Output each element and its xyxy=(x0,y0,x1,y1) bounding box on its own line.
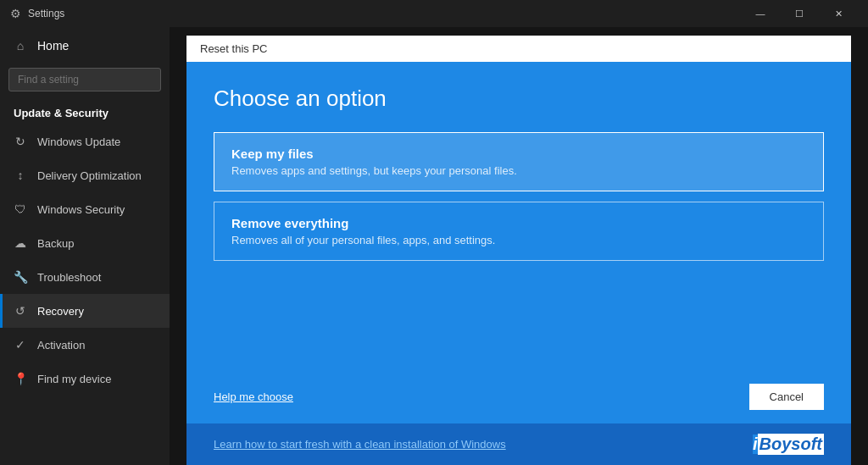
sidebar-item-backup[interactable]: ☁ Backup xyxy=(0,226,170,260)
dialog-body: Choose an option Keep my files Removes a… xyxy=(186,62,851,375)
option-keep-files-desc: Removes apps and settings, but keeps you… xyxy=(231,164,806,177)
close-button[interactable]: ✕ xyxy=(819,0,858,27)
reset-dialog: Reset this PC Choose an option Keep my f… xyxy=(186,36,851,465)
dialog-titlebar: Reset this PC xyxy=(186,36,851,62)
option-remove-everything-desc: Removes all of your personal files, apps… xyxy=(231,234,806,246)
iboysoft-watermark: iBoysoft xyxy=(753,434,824,455)
sidebar-item-home[interactable]: ⌂ Home xyxy=(0,27,170,64)
windows-update-icon: ↻ xyxy=(14,135,27,148)
sidebar: ⌂ Home Update & Security ↻ Windows Updat… xyxy=(0,27,170,465)
help-me-choose-link[interactable]: Help me choose xyxy=(214,390,293,403)
sidebar-item-label: Activation xyxy=(37,339,85,352)
backup-icon: ☁ xyxy=(14,236,27,250)
recovery-icon: ↺ xyxy=(14,304,27,318)
sidebar-item-label: Windows Security xyxy=(37,203,125,216)
maximize-button[interactable]: ☐ xyxy=(780,0,819,27)
sidebar-item-label: Backup xyxy=(37,237,74,250)
option-keep-files[interactable]: Keep my files Removes apps and settings,… xyxy=(214,132,824,191)
dialog-heading: Choose an option xyxy=(214,86,824,112)
sidebar-item-find-my-device[interactable]: 📍 Find my device xyxy=(0,362,170,396)
dialog-bottom-strip: Learn how to start fresh with a clean in… xyxy=(186,423,851,465)
content-area: Reset this PC Choose an option Keep my f… xyxy=(170,27,868,465)
sidebar-item-delivery-optimization[interactable]: ↕ Delivery Optimization xyxy=(0,158,170,192)
find-my-device-icon: 📍 xyxy=(14,372,27,385)
sidebar-item-windows-security[interactable]: 🛡 Windows Security xyxy=(0,192,170,226)
cancel-button[interactable]: Cancel xyxy=(749,384,824,410)
dialog-footer: Help me choose Cancel xyxy=(186,375,851,423)
option-remove-everything[interactable]: Remove everything Removes all of your pe… xyxy=(214,202,824,261)
settings-icon: ⚙ xyxy=(10,7,21,20)
option-remove-everything-title: Remove everything xyxy=(231,216,806,230)
sidebar-item-label: Find my device xyxy=(37,373,111,385)
window-controls: — ☐ ✕ xyxy=(741,0,858,27)
app-title: Settings xyxy=(28,8,741,19)
dialog-title: Reset this PC xyxy=(200,42,267,55)
windows-security-icon: 🛡 xyxy=(14,202,27,216)
fresh-install-link[interactable]: Learn how to start fresh with a clean in… xyxy=(214,438,506,451)
sidebar-item-label: Troubleshoot xyxy=(37,271,101,284)
sidebar-item-recovery[interactable]: ↺ Recovery xyxy=(0,294,170,328)
sidebar-item-activation[interactable]: ✓ Activation xyxy=(0,328,170,362)
activation-icon: ✓ xyxy=(14,338,27,352)
delivery-optimization-icon: ↕ xyxy=(14,169,27,182)
minimize-button[interactable]: — xyxy=(741,0,780,27)
option-keep-files-title: Keep my files xyxy=(231,147,806,161)
sidebar-item-label: Delivery Optimization xyxy=(37,169,142,182)
sidebar-item-label: Recovery xyxy=(37,305,84,318)
home-icon: ⌂ xyxy=(14,39,27,53)
home-label: Home xyxy=(37,39,69,53)
title-bar: ⚙ Settings — ☐ ✕ xyxy=(0,0,868,27)
app-body: ⌂ Home Update & Security ↻ Windows Updat… xyxy=(0,27,868,465)
sidebar-section-title: Update & Security xyxy=(0,98,170,125)
search-input[interactable] xyxy=(8,68,161,91)
troubleshoot-icon: 🔧 xyxy=(14,270,27,284)
sidebar-item-troubleshoot[interactable]: 🔧 Troubleshoot xyxy=(0,260,170,294)
sidebar-item-windows-update[interactable]: ↻ Windows Update xyxy=(0,125,170,158)
sidebar-item-label: Windows Update xyxy=(37,136,120,148)
